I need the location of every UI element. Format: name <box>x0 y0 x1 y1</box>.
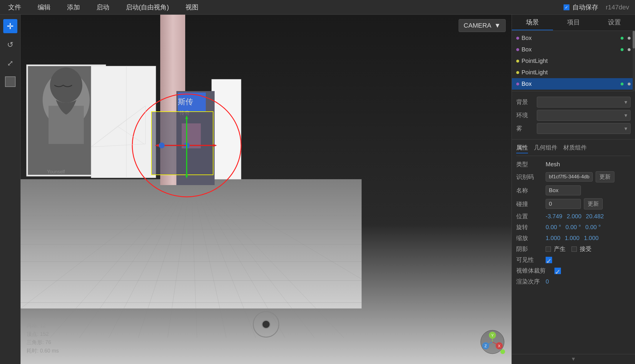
rot-x-value[interactable]: 0.00 ° <box>546 224 561 231</box>
svg-rect-1 <box>21 179 362 308</box>
left-toolbar: ✛ ↺ ⤢ <box>0 15 21 364</box>
tab-project[interactable]: 项目 <box>553 15 594 30</box>
props-tab-attributes[interactable]: 属性 <box>516 142 528 153</box>
tab-scene[interactable]: 场景 <box>512 15 553 30</box>
rotation-label: 旋转 <box>516 223 543 231</box>
pos-z-value[interactable]: 20.482 <box>586 213 604 220</box>
scroll-thumb[interactable] <box>633 31 635 48</box>
hierarchy-item-box2[interactable]: Box <box>512 44 635 55</box>
menu-start-free[interactable]: 启动(自由视角) <box>123 2 171 13</box>
visibility-checkbox[interactable]: ✓ <box>546 257 552 263</box>
type-row: 类型 Mesh <box>516 160 631 168</box>
pos-y-value[interactable]: 2.000 <box>567 213 581 220</box>
hierarchy-list: Box Box PointLight <box>512 31 635 91</box>
background-arrow: ▾ <box>624 99 627 105</box>
vertex-stat: 顶点: 152 <box>26 330 59 338</box>
props-tab-material[interactable]: 材质组件 <box>563 142 587 153</box>
dot-white3 <box>628 83 631 85</box>
square-icon <box>5 76 16 87</box>
props-tab-geometry[interactable]: 几何组件 <box>534 142 557 153</box>
render-order-value[interactable]: 0 <box>546 278 549 285</box>
menu-edit[interactable]: 编辑 <box>35 2 53 13</box>
type-label: 类型 <box>516 160 543 168</box>
hierarchy-item-box3-selected[interactable]: Box <box>512 78 635 90</box>
frustum-row: 视锥体裁剪 ✓ <box>516 267 631 275</box>
shadow-recv-checkbox[interactable] <box>572 246 577 252</box>
panel-scroll-down[interactable]: ▼ <box>512 354 635 364</box>
dot-white <box>628 37 631 40</box>
props-tabs: 属性 几何组件 材质组件 <box>516 142 631 156</box>
menu-start[interactable]: 启动 <box>94 2 112 13</box>
autosave-area: ✓ 自动保存 r147dev <box>564 3 629 12</box>
stats-overlay: 网格: 12 顶点: 152 三角形: 76 耗时: 0.60 ms <box>26 321 59 355</box>
collision-input[interactable]: 0 <box>546 199 581 209</box>
name-input[interactable]: Box <box>546 185 581 195</box>
expand-icon: ⤢ <box>7 59 14 68</box>
svg-rect-30 <box>91 66 126 178</box>
tab-settings[interactable]: 设置 <box>594 15 635 30</box>
autosave-checkbox[interactable]: ✓ <box>564 4 569 10</box>
svg-rect-33 <box>212 79 241 179</box>
id-update-button[interactable]: 更新 <box>596 171 614 182</box>
frustum-checkbox[interactable]: ✓ <box>554 268 561 274</box>
orbit-control[interactable] <box>253 311 279 338</box>
dot-purple3 <box>516 83 519 85</box>
menu-file[interactable]: 文件 <box>6 2 24 13</box>
scale-y-value[interactable]: 1.000 <box>565 235 579 241</box>
fog-dropdown[interactable]: ▾ <box>537 123 631 134</box>
hierarchy-item-box1[interactable]: Box <box>512 32 635 44</box>
camera-dropdown[interactable]: CAMERA ▼ <box>459 19 506 32</box>
time-stat: 耗时: 0.60 ms <box>26 347 59 355</box>
rot-y-value[interactable]: 0.00 ° <box>565 224 581 231</box>
scale-z-value[interactable]: 1.000 <box>584 235 599 241</box>
collision-update-button[interactable]: 更新 <box>584 198 603 209</box>
background-dropdown[interactable]: ▾ <box>537 97 631 108</box>
name-label: 名称 <box>516 187 543 194</box>
env-label: 环境 <box>516 111 534 119</box>
hierarchy-item-light2[interactable]: PointLight <box>512 67 635 78</box>
position-values: -3.749 2.000 20.482 <box>546 213 604 220</box>
shadow-row: 阴影 产生 接受 <box>516 245 631 253</box>
scale-values: 1.000 1.000 1.000 <box>546 235 599 241</box>
position-label: 位置 <box>516 212 543 220</box>
env-arrow: ▾ <box>624 112 627 119</box>
menu-view[interactable]: 视图 <box>183 2 201 13</box>
env-section: 背景 ▾ 环境 ▾ 雾 ▾ <box>512 91 635 140</box>
rot-z-value[interactable]: 0.00 ° <box>585 224 601 231</box>
dot-yellow2 <box>516 71 519 74</box>
svg-text:斯传: 斯传 <box>178 98 193 106</box>
scene-viewport[interactable]: Younself 斯传 传奇 <box>21 15 512 364</box>
background-label: 背景 <box>516 98 534 106</box>
id-label: 识别码 <box>516 173 543 181</box>
id-input[interactable]: bf1cf7f5-3446-4db <box>546 172 593 182</box>
square-button[interactable] <box>3 75 17 89</box>
dot-green2 <box>621 48 624 51</box>
render-order-label: 渲染次序 <box>516 278 543 286</box>
background-row: 背景 ▾ <box>516 97 631 108</box>
rotation-row: 旋转 0.00 ° 0.00 ° 0.00 ° <box>516 223 631 231</box>
position-row: 位置 -3.749 2.000 20.482 <box>516 212 631 220</box>
menu-add[interactable]: 添加 <box>65 2 82 13</box>
svg-point-64 <box>500 349 505 354</box>
hierarchy-scroll: Box Box PointLight <box>512 31 635 91</box>
viewport[interactable]: CAMERA ▼ <box>21 15 512 364</box>
move-tool-button[interactable]: ✛ <box>3 19 17 33</box>
undo-button[interactable]: ↺ <box>3 38 17 52</box>
expand-button[interactable]: ⤢ <box>3 56 17 70</box>
scale-x-value[interactable]: 1.000 <box>546 235 560 241</box>
svg-point-46 <box>159 142 165 148</box>
menubar: 文件 编辑 添加 启动 启动(自由视角) 视图 ✓ 自动保存 r147dev <box>0 0 635 15</box>
shadow-recv-label: 接受 <box>580 245 591 253</box>
env-dropdown[interactable]: ▾ <box>537 110 631 121</box>
autosave-label: 自动保存 <box>572 3 598 12</box>
hierarchy-item-label4: PointLight <box>522 69 548 76</box>
nav-gizmo: Y X Z <box>479 329 506 355</box>
collision-label: 碰撞 <box>516 200 543 208</box>
fog-row: 雾 ▾ <box>516 123 631 134</box>
nav-gizmo-svg: Y X Z <box>479 329 506 355</box>
pos-x-value[interactable]: -3.749 <box>546 213 562 220</box>
shadow-gen-checkbox[interactable] <box>546 246 551 252</box>
orbit-inner <box>262 320 270 329</box>
type-value: Mesh <box>546 161 560 168</box>
hierarchy-item-light1[interactable]: PointLight <box>512 55 635 67</box>
